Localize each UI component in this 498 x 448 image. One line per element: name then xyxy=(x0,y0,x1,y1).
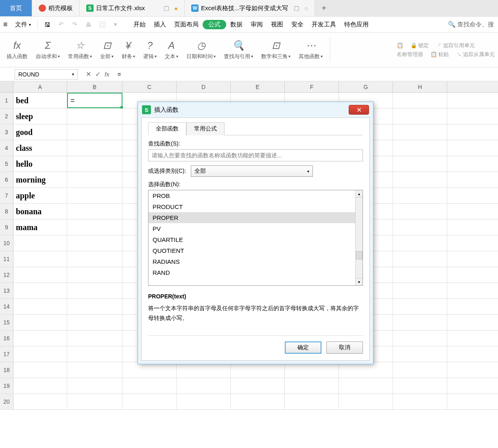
cell-H1[interactable] xyxy=(393,93,447,108)
formula-input[interactable]: = xyxy=(114,71,498,78)
search-commands[interactable]: 🔍 查找命令、搜 xyxy=(444,17,498,32)
scroll-up-icon[interactable]: ▴ xyxy=(356,190,363,198)
name-box[interactable]: ROUND▾ xyxy=(15,69,78,80)
cell-H13[interactable] xyxy=(393,283,447,298)
cell-H6[interactable] xyxy=(393,172,447,187)
dropdown-icon[interactable]: ▾ xyxy=(110,17,121,32)
row-header[interactable]: 19 xyxy=(0,378,13,394)
menu-start[interactable]: 开始 xyxy=(129,17,150,32)
cell-B8[interactable] xyxy=(67,204,122,219)
cell-A20[interactable] xyxy=(13,394,67,409)
menu-formula[interactable]: 公式 xyxy=(203,20,226,29)
cell-D19[interactable] xyxy=(177,378,231,394)
tab-templates[interactable]: 稻壳模板 xyxy=(32,0,80,16)
cell-B18[interactable] xyxy=(67,362,122,378)
cell-B17[interactable] xyxy=(67,346,122,362)
cell-H15[interactable] xyxy=(393,315,447,330)
row-header[interactable]: 11 xyxy=(0,251,13,267)
function-list-item[interactable]: PROB xyxy=(149,190,363,201)
cell-H12[interactable] xyxy=(393,267,447,283)
preview-icon[interactable]: ⿴ xyxy=(96,17,110,32)
row-header[interactable]: 5 xyxy=(0,156,13,172)
fx-icon[interactable]: fx xyxy=(105,71,109,78)
cell-A4[interactable]: class xyxy=(13,140,67,156)
menu-dev[interactable]: 开发工具 xyxy=(308,17,340,32)
ribbon-mathtrig[interactable]: ⊡ 数学和三角▾ xyxy=(258,38,294,62)
tab-excel-doc[interactable]: W Excel表格技...字母如何变成大写 ▢ ○ xyxy=(185,0,315,16)
menu-special[interactable]: 特色应用 xyxy=(340,17,373,32)
cell-H8[interactable] xyxy=(393,204,447,219)
cell-A6[interactable]: morning xyxy=(13,172,67,187)
row-header[interactable]: 17 xyxy=(0,346,13,362)
col-header-g[interactable]: G xyxy=(339,81,393,92)
cell-D20[interactable] xyxy=(177,394,231,409)
ribbon-other-functions[interactable]: ⋯ 其他函数▾ xyxy=(295,38,326,62)
cell-H14[interactable] xyxy=(393,299,447,314)
scroll-down-icon[interactable]: ▾ xyxy=(356,278,363,285)
cell-A2[interactable]: sleep xyxy=(13,109,67,124)
row-header[interactable]: 13 xyxy=(0,283,13,298)
confirm-edit-icon[interactable]: ✓ xyxy=(95,70,100,78)
row-header[interactable]: 3 xyxy=(0,124,13,140)
ribbon-text[interactable]: A 文本▾ xyxy=(162,38,181,62)
ribbon-all-functions[interactable]: ⊡ 全部▾ xyxy=(97,38,117,62)
cell-A9[interactable]: mama xyxy=(13,220,67,235)
paste-button[interactable]: 📋 粘贴 xyxy=(430,51,449,58)
cell-H16[interactable] xyxy=(393,331,447,346)
scroll-thumb[interactable] xyxy=(356,251,363,259)
dialog-titlebar[interactable]: S 插入函数 ✕ xyxy=(138,102,373,117)
tab-add-button[interactable]: + xyxy=(315,0,333,16)
row-header[interactable]: 14 xyxy=(0,299,13,314)
row-header[interactable]: 2 xyxy=(0,109,13,124)
menu-file[interactable]: 文件▾ xyxy=(11,17,35,32)
row-header[interactable]: 7 xyxy=(0,188,13,203)
ok-button[interactable]: 确定 xyxy=(285,341,321,354)
row-header[interactable]: 6 xyxy=(0,172,13,187)
cell-A8[interactable]: bonana xyxy=(13,204,67,219)
cell-H9[interactable] xyxy=(393,220,447,235)
redo-icon[interactable]: ↷ xyxy=(68,17,81,32)
cell-H20[interactable] xyxy=(393,394,447,409)
cell-H19[interactable] xyxy=(393,378,447,394)
cell-B6[interactable] xyxy=(67,172,122,187)
cell-A1[interactable]: bed xyxy=(13,93,67,108)
tab-all-functions[interactable]: 全部函数 xyxy=(148,122,186,135)
cell-B4[interactable] xyxy=(67,140,122,156)
cell-F18[interactable] xyxy=(285,362,339,378)
col-header-b[interactable]: B xyxy=(67,81,122,92)
trace-precedents[interactable]: ↗ 追踪引用单元 xyxy=(436,42,475,49)
col-header-c[interactable]: C xyxy=(122,81,177,92)
cell-H10[interactable] xyxy=(393,235,447,251)
cell-B12[interactable] xyxy=(67,267,122,283)
cell-H11[interactable] xyxy=(393,251,447,267)
cell-A7[interactable]: apple xyxy=(13,188,67,203)
function-list-item[interactable]: QUOTIENT xyxy=(149,245,363,256)
ribbon-lookup[interactable]: 🔍 查找与引用▾ xyxy=(221,38,256,62)
cell-B1[interactable]: = xyxy=(67,93,122,108)
print-icon[interactable]: 🖶 xyxy=(81,17,96,32)
row-header[interactable]: 16 xyxy=(0,331,13,346)
cell-B20[interactable] xyxy=(67,394,122,409)
cell-E19[interactable] xyxy=(231,378,285,394)
col-header-f[interactable]: F xyxy=(285,81,339,92)
cell-A11[interactable] xyxy=(13,251,67,267)
row-header[interactable]: 10 xyxy=(0,235,13,251)
cell-A19[interactable] xyxy=(13,378,67,394)
menu-data[interactable]: 数据 xyxy=(226,17,247,32)
function-list-item[interactable]: QUARTILE xyxy=(149,234,363,245)
cell-F20[interactable] xyxy=(285,394,339,409)
cell-B16[interactable] xyxy=(67,331,122,346)
cell-H4[interactable] xyxy=(393,140,447,156)
cell-H2[interactable] xyxy=(393,109,447,124)
cell-G19[interactable] xyxy=(339,378,393,394)
lock-button[interactable]: 🔒 锁定 xyxy=(411,42,429,49)
cell-A5[interactable]: hello xyxy=(13,156,67,172)
row-header[interactable]: 15 xyxy=(0,315,13,330)
tab-common-formulas[interactable]: 常用公式 xyxy=(186,122,225,135)
cell-D18[interactable] xyxy=(177,362,231,378)
cell-B7[interactable] xyxy=(67,188,122,203)
cell-E20[interactable] xyxy=(231,394,285,409)
ribbon-insert-function[interactable]: fx 插入函数 xyxy=(3,38,31,62)
menu-view[interactable]: 视图 xyxy=(267,17,287,32)
row-header[interactable]: 9 xyxy=(0,220,13,235)
